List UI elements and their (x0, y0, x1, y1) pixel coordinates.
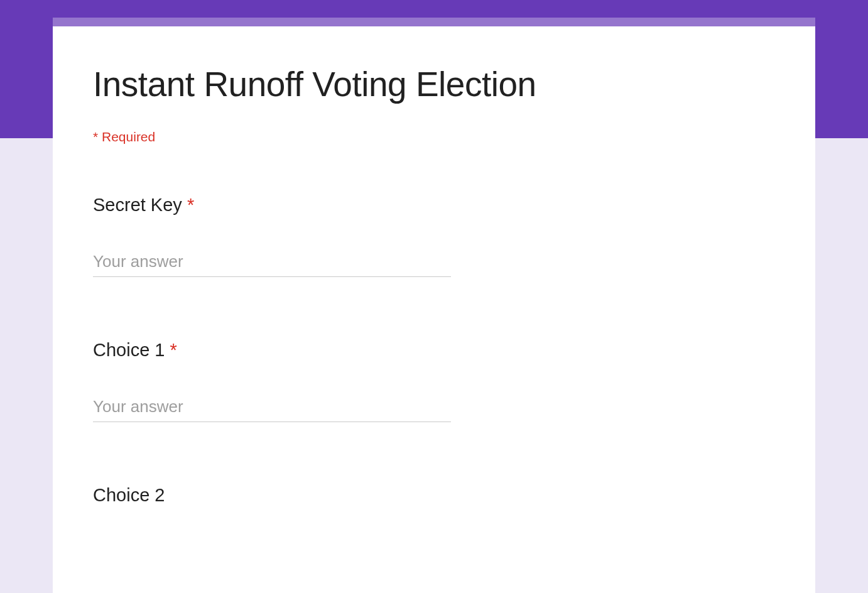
question-secret-key: Secret Key * (93, 195, 775, 277)
question-choice-1: Choice 1 * (93, 340, 775, 422)
question-label: Secret Key * (93, 195, 775, 215)
question-label: Choice 1 * (93, 340, 775, 361)
form-title: Instant Runoff Voting Election (93, 64, 775, 104)
required-legend: * Required (93, 129, 775, 144)
secret-key-input[interactable] (93, 247, 451, 277)
question-label: Choice 2 (93, 485, 775, 506)
required-asterisk: * (182, 195, 194, 215)
question-choice-2: Choice 2 (93, 485, 775, 506)
question-label-text: Secret Key (93, 195, 182, 215)
question-label-text: Choice 1 (93, 340, 165, 360)
required-asterisk: * (165, 340, 176, 360)
question-label-text: Choice 2 (93, 485, 165, 505)
choice-1-input[interactable] (93, 392, 451, 422)
form-card: Instant Runoff Voting Election * Require… (53, 18, 815, 593)
